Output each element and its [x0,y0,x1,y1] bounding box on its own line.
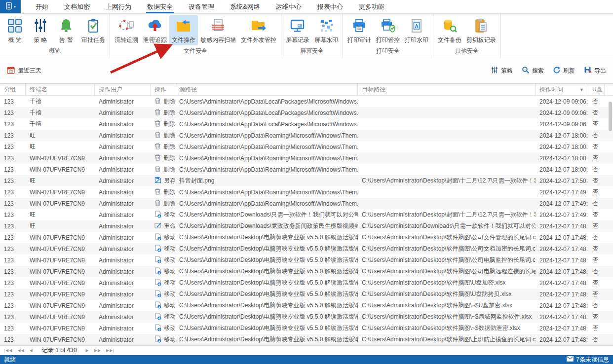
group-cell: 123 [0,323,26,334]
terminal-cell: 旺 [26,209,95,220]
toolbar-action[interactable]: 策略 [491,66,513,75]
table-row[interactable]: 123旺Administrator另存为抖音封面.pngC:\Users\Adm… [0,175,613,186]
pager-next-page-button[interactable]: ▶▶ [94,348,101,353]
ribbon-group-label: 其他安全 [435,46,498,58]
menu-tab-6[interactable]: 系统&网络 [222,0,268,13]
group-cell: 123 [0,152,26,164]
column-header[interactable]: 操作时间▼ [536,84,588,95]
menu-tab-8[interactable]: 报表中心 [309,0,351,13]
group-cell: 123 [0,300,26,311]
table-row[interactable]: 123WIN-07UFVRE7CN9Administrator移动C:\User… [0,334,613,345]
table-row[interactable]: 123千禧Administrator删除C:\Users\Administrat… [0,107,613,118]
ribbon-button[interactable]: 流转追溯 [112,15,141,45]
ribbon-button[interactable]: 泄密追踪 [141,15,169,45]
toolbar-action[interactable]: 导出 [584,66,606,75]
table-row[interactable]: 123WIN-07UFVRE7CN9Administrator移动C:\User… [0,232,613,243]
ribbon-button[interactable]: 敏感内容扫描 [198,15,238,45]
ribbon-button[interactable]: 概 览 [2,15,28,45]
print-control-icon [380,17,396,34]
ribbon-button[interactable]: 审批任务 [79,15,108,45]
ribbon-button[interactable]: A打印水印 [402,15,431,45]
ribbon-button[interactable]: 文件外发管控 [238,15,279,45]
table-row[interactable]: 123旺Administrator重命名C:\Users\Administrat… [0,220,613,232]
time-cell: 2024-12-07 18:00:01 [536,130,588,141]
ribbon-button[interactable]: 告 警 [53,15,79,45]
table-row[interactable]: 123旺Administrator移动C:\Users\Administrato… [0,209,613,220]
group-cell: 123 [0,266,26,277]
usb-cell: 否 [588,232,605,243]
ribbon-button[interactable]: 策 略 [28,15,53,45]
menu-tab-4[interactable]: 数据安全 [139,0,181,13]
table-row[interactable]: 123WIN-07UFVRE7CN9Administrator移动C:\User… [0,243,613,255]
column-header[interactable]: 分组 [0,84,26,95]
table-row[interactable]: 123旺Administrator删除C:\Users\Administrato… [0,130,613,141]
menu-tab-5[interactable]: 设备管理 [181,0,222,13]
column-header[interactable]: 目标路径 [358,84,536,95]
table-row[interactable]: 123WIN-07UFVRE7CN9Administrator移动C:\User… [0,323,613,334]
ribbon-button[interactable]: 剪切板记录 [464,15,498,45]
ribbon-button[interactable]: 文件备份 [435,15,464,45]
column-header[interactable]: 终端名 [26,84,95,95]
ribbon-button[interactable]: 屏幕水印 [312,15,341,45]
table-row[interactable]: 123千禧Administrator删除C:\Users\Administrat… [0,96,613,107]
menu-tab-9[interactable]: 更多功能 [351,0,392,13]
column-header[interactable]: 操作 [151,84,175,95]
terminal-cell: 旺 [26,175,95,186]
source-path-cell: C:\Users\Administrator\AppData\Local\Pac… [175,107,358,118]
table-row[interactable]: 123千禧Administrator删除C:\Users\Administrat… [0,118,613,130]
ribbon-button[interactable]: 文件操作 [169,15,198,45]
ribbon-group: 流转追溯泄密追踪文件操作敏感内容扫描文件外发管控文件安全 [110,14,281,58]
menu-tab-3[interactable]: 上网行为 [98,0,139,13]
menu-tab-1[interactable]: 开始 [28,0,56,13]
toolbar-action[interactable]: 刷新 [553,66,575,75]
usb-cell: 否 [588,198,605,209]
usb-cell: 否 [588,130,605,141]
toolbar-action[interactable]: 搜索 [522,66,544,75]
pager-last-button[interactable]: ▶▶| [106,348,115,353]
app-menu-button[interactable]: ▾ [0,0,21,13]
menu-tab-2[interactable]: 文档加密 [56,0,98,13]
operation-label: 移动 [164,290,175,298]
unread-messages-button[interactable]: 7条未读信息 [567,356,609,364]
usb-cell: 否 [588,289,605,300]
operation-cell: 移动 [151,243,175,255]
pager-prev-page-button[interactable]: ◀◀ [17,348,24,353]
table-row[interactable]: 123旺Administrator删除C:\Users\Administrato… [0,141,613,152]
table-row[interactable]: 123WIN-07UFVRE7CN9Administrator移动C:\User… [0,311,613,323]
svg-text:A: A [415,23,419,29]
pager-next-button[interactable]: ▶ [86,348,89,353]
usb-cell: 否 [588,311,605,323]
table-row[interactable]: 123WIN-07UFVRE7CN9Administrator移动C:\User… [0,266,613,277]
group-cell: 123 [0,220,26,232]
screen-record-icon [289,17,306,34]
terminal-cell: WIN-07UFVRE7CN9 [26,266,95,277]
date-range-filter[interactable]: 23 最近三天 [7,66,41,75]
column-header[interactable]: 源路径 [175,84,358,95]
table-row[interactable]: 123WIN-07UFVRE7CN9Administrator删除C:\User… [0,164,613,175]
column-header[interactable]: U盘 [588,84,605,95]
usb-cell: 否 [588,164,605,175]
vertical-scrollbar[interactable] [609,102,612,131]
filter-bar: 23 最近三天 策略搜索刷新导出 [0,58,613,84]
table-row[interactable]: 123WIN-07UFVRE7CN9Administrator移动C:\User… [0,277,613,289]
ribbon-group-items: 打印审计打印管控A打印水印 [345,14,431,46]
user-cell: Administrator [95,186,151,198]
table-row[interactable]: 123WIN-07UFVRE7CN9Administrator移动C:\User… [0,255,613,266]
sort-desc-icon[interactable]: ▼ [576,87,584,92]
pager-first-button[interactable]: |◀◀ [4,348,12,353]
operation-label: 移动 [164,301,175,310]
ribbon-button[interactable]: 打印审计 [345,15,374,45]
pager-prev-button[interactable]: ◀ [30,348,33,353]
pager-record-text: 记录 1 of 430 [42,346,77,355]
table-row[interactable]: 123WIN-07UFVRE7CN9Administrator删除C:\User… [0,152,613,164]
column-header[interactable]: 操作用户 [95,84,151,95]
operation-cell: 删除 [151,198,175,209]
ribbon-button[interactable]: 打印管控 [374,15,402,45]
ribbon-button[interactable]: 屏幕记录 [283,15,312,45]
table-row[interactable]: 123WIN-07UFVRE7CN9Administrator删除C:\User… [0,186,613,198]
table-row[interactable]: 123WIN-07UFVRE7CN9Administrator移动C:\User… [0,289,613,300]
menu-tab-7[interactable]: 运维中心 [268,0,309,13]
screen-watermark-icon [318,17,335,34]
table-row[interactable]: 123WIN-07UFVRE7CN9Administrator移动C:\User… [0,300,613,311]
table-row[interactable]: 123WIN-07UFVRE7CN9Administrator删除C:\User… [0,198,613,209]
